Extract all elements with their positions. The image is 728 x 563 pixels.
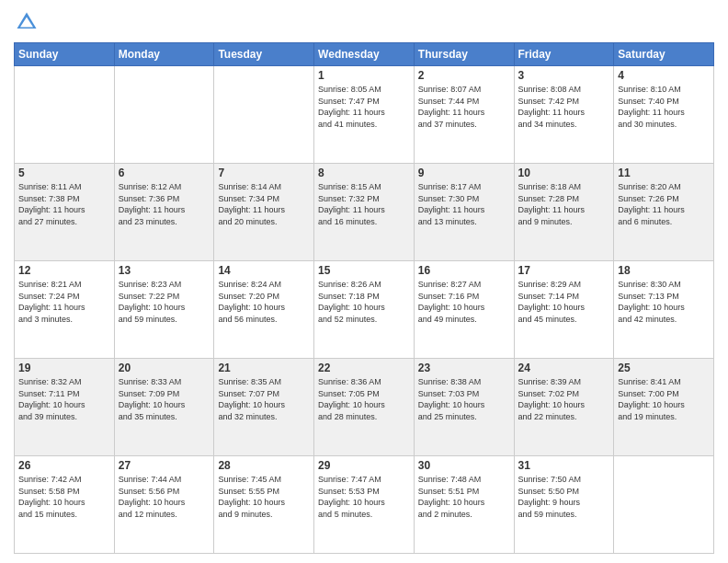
day-number: 3 <box>518 69 610 82</box>
calendar-cell: 13Sunrise: 8:23 AM Sunset: 7:22 PM Dayli… <box>114 261 214 359</box>
calendar-cell <box>15 66 115 164</box>
calendar-cell: 26Sunrise: 7:42 AM Sunset: 5:58 PM Dayli… <box>15 456 115 554</box>
calendar-cell: 16Sunrise: 8:27 AM Sunset: 7:16 PM Dayli… <box>414 261 514 359</box>
day-number: 29 <box>318 459 410 472</box>
calendar-cell: 25Sunrise: 8:41 AM Sunset: 7:00 PM Dayli… <box>614 359 714 456</box>
calendar-cell: 7Sunrise: 8:14 AM Sunset: 7:34 PM Daylig… <box>214 164 314 261</box>
calendar-cell: 21Sunrise: 8:35 AM Sunset: 7:07 PM Dayli… <box>214 359 314 456</box>
day-number: 20 <box>119 362 210 374</box>
day-info: Sunrise: 7:45 AM Sunset: 5:55 PM Dayligh… <box>218 474 310 520</box>
day-number: 5 <box>18 167 110 179</box>
day-info: Sunrise: 8:39 AM Sunset: 7:02 PM Dayligh… <box>518 376 610 422</box>
day-info: Sunrise: 8:17 AM Sunset: 7:30 PM Dayligh… <box>418 181 510 227</box>
calendar-cell: 8Sunrise: 8:15 AM Sunset: 7:32 PM Daylig… <box>314 164 415 261</box>
day-header-tuesday: Tuesday <box>214 43 314 66</box>
day-header-thursday: Thursday <box>414 43 514 66</box>
logo <box>14 9 43 35</box>
calendar-cell: 5Sunrise: 8:11 AM Sunset: 7:38 PM Daylig… <box>15 164 115 261</box>
day-info: Sunrise: 8:30 AM Sunset: 7:13 PM Dayligh… <box>618 279 710 325</box>
day-info: Sunrise: 8:05 AM Sunset: 7:47 PM Dayligh… <box>318 84 410 130</box>
day-info: Sunrise: 8:23 AM Sunset: 7:22 PM Dayligh… <box>119 279 210 325</box>
day-number: 26 <box>18 459 110 472</box>
calendar-cell: 12Sunrise: 8:21 AM Sunset: 7:24 PM Dayli… <box>15 261 115 359</box>
calendar-week-row: 26Sunrise: 7:42 AM Sunset: 5:58 PM Dayli… <box>15 456 714 554</box>
calendar-table: SundayMondayTuesdayWednesdayThursdayFrid… <box>14 42 714 554</box>
calendar-week-row: 5Sunrise: 8:11 AM Sunset: 7:38 PM Daylig… <box>15 164 714 261</box>
day-info: Sunrise: 8:35 AM Sunset: 7:07 PM Dayligh… <box>218 376 310 422</box>
day-number: 7 <box>218 167 310 179</box>
day-info: Sunrise: 7:42 AM Sunset: 5:58 PM Dayligh… <box>18 474 110 520</box>
calendar-cell: 1Sunrise: 8:05 AM Sunset: 7:47 PM Daylig… <box>314 66 415 164</box>
day-number: 17 <box>518 264 610 277</box>
day-number: 18 <box>618 264 710 277</box>
day-number: 16 <box>418 264 510 277</box>
calendar-cell: 18Sunrise: 8:30 AM Sunset: 7:13 PM Dayli… <box>614 261 714 359</box>
generalblue-icon <box>14 9 40 35</box>
day-header-monday: Monday <box>114 43 214 66</box>
day-info: Sunrise: 8:15 AM Sunset: 7:32 PM Dayligh… <box>318 181 410 227</box>
calendar-cell: 27Sunrise: 7:44 AM Sunset: 5:56 PM Dayli… <box>114 456 214 554</box>
day-number: 24 <box>518 362 610 374</box>
day-header-saturday: Saturday <box>614 43 714 66</box>
day-info: Sunrise: 8:32 AM Sunset: 7:11 PM Dayligh… <box>18 376 110 422</box>
calendar-header-row: SundayMondayTuesdayWednesdayThursdayFrid… <box>15 43 714 66</box>
day-info: Sunrise: 8:33 AM Sunset: 7:09 PM Dayligh… <box>119 376 210 422</box>
day-number: 9 <box>418 167 510 179</box>
calendar-cell: 24Sunrise: 8:39 AM Sunset: 7:02 PM Dayli… <box>514 359 614 456</box>
day-info: Sunrise: 7:50 AM Sunset: 5:50 PM Dayligh… <box>518 474 610 520</box>
calendar-week-row: 1Sunrise: 8:05 AM Sunset: 7:47 PM Daylig… <box>15 66 714 164</box>
day-info: Sunrise: 8:07 AM Sunset: 7:44 PM Dayligh… <box>418 84 510 130</box>
calendar-cell: 3Sunrise: 8:08 AM Sunset: 7:42 PM Daylig… <box>514 66 614 164</box>
page: SundayMondayTuesdayWednesdayThursdayFrid… <box>0 0 728 563</box>
calendar-cell: 14Sunrise: 8:24 AM Sunset: 7:20 PM Dayli… <box>214 261 314 359</box>
header <box>14 9 714 35</box>
day-info: Sunrise: 8:14 AM Sunset: 7:34 PM Dayligh… <box>218 181 310 227</box>
calendar-week-row: 12Sunrise: 8:21 AM Sunset: 7:24 PM Dayli… <box>15 261 714 359</box>
day-header-friday: Friday <box>514 43 614 66</box>
calendar-cell <box>114 66 214 164</box>
day-number: 4 <box>618 69 710 82</box>
calendar-cell: 10Sunrise: 8:18 AM Sunset: 7:28 PM Dayli… <box>514 164 614 261</box>
calendar-cell: 6Sunrise: 8:12 AM Sunset: 7:36 PM Daylig… <box>114 164 214 261</box>
day-info: Sunrise: 8:24 AM Sunset: 7:20 PM Dayligh… <box>218 279 310 325</box>
day-number: 22 <box>318 362 410 374</box>
day-number: 11 <box>618 167 710 179</box>
day-info: Sunrise: 8:20 AM Sunset: 7:26 PM Dayligh… <box>618 181 710 227</box>
day-info: Sunrise: 7:47 AM Sunset: 5:53 PM Dayligh… <box>318 474 410 520</box>
day-info: Sunrise: 8:12 AM Sunset: 7:36 PM Dayligh… <box>119 181 210 227</box>
day-info: Sunrise: 8:08 AM Sunset: 7:42 PM Dayligh… <box>518 84 610 130</box>
day-number: 19 <box>18 362 110 374</box>
day-info: Sunrise: 8:27 AM Sunset: 7:16 PM Dayligh… <box>418 279 510 325</box>
calendar-cell: 11Sunrise: 8:20 AM Sunset: 7:26 PM Dayli… <box>614 164 714 261</box>
calendar-cell: 31Sunrise: 7:50 AM Sunset: 5:50 PM Dayli… <box>514 456 614 554</box>
calendar-cell: 30Sunrise: 7:48 AM Sunset: 5:51 PM Dayli… <box>414 456 514 554</box>
calendar-cell <box>614 456 714 554</box>
calendar-cell: 17Sunrise: 8:29 AM Sunset: 7:14 PM Dayli… <box>514 261 614 359</box>
calendar-cell: 2Sunrise: 8:07 AM Sunset: 7:44 PM Daylig… <box>414 66 514 164</box>
day-info: Sunrise: 7:44 AM Sunset: 5:56 PM Dayligh… <box>119 474 210 520</box>
day-info: Sunrise: 8:10 AM Sunset: 7:40 PM Dayligh… <box>618 84 710 130</box>
day-info: Sunrise: 8:29 AM Sunset: 7:14 PM Dayligh… <box>518 279 610 325</box>
day-info: Sunrise: 8:21 AM Sunset: 7:24 PM Dayligh… <box>18 279 110 325</box>
calendar-cell: 20Sunrise: 8:33 AM Sunset: 7:09 PM Dayli… <box>114 359 214 456</box>
day-info: Sunrise: 7:48 AM Sunset: 5:51 PM Dayligh… <box>418 474 510 520</box>
day-number: 12 <box>18 264 110 277</box>
day-number: 13 <box>119 264 210 277</box>
calendar-cell: 9Sunrise: 8:17 AM Sunset: 7:30 PM Daylig… <box>414 164 514 261</box>
calendar-cell: 29Sunrise: 7:47 AM Sunset: 5:53 PM Dayli… <box>314 456 415 554</box>
calendar-cell: 22Sunrise: 8:36 AM Sunset: 7:05 PM Dayli… <box>314 359 415 456</box>
day-number: 30 <box>418 459 510 472</box>
calendar-cell: 23Sunrise: 8:38 AM Sunset: 7:03 PM Dayli… <box>414 359 514 456</box>
day-number: 15 <box>318 264 410 277</box>
day-header-wednesday: Wednesday <box>314 43 415 66</box>
day-number: 6 <box>119 167 210 179</box>
calendar-cell <box>214 66 314 164</box>
day-number: 8 <box>318 167 410 179</box>
day-number: 2 <box>418 69 510 82</box>
calendar-cell: 15Sunrise: 8:26 AM Sunset: 7:18 PM Dayli… <box>314 261 415 359</box>
day-info: Sunrise: 8:26 AM Sunset: 7:18 PM Dayligh… <box>318 279 410 325</box>
day-number: 23 <box>418 362 510 374</box>
day-number: 28 <box>218 459 310 472</box>
day-number: 1 <box>318 69 410 82</box>
day-number: 14 <box>218 264 310 277</box>
